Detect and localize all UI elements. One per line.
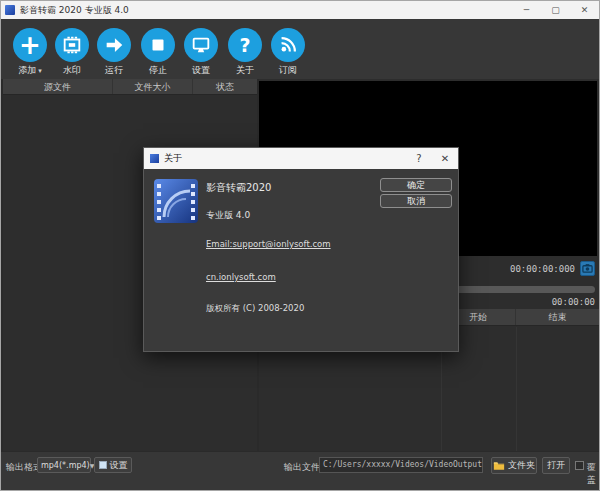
add-label: 添加 [18, 65, 36, 75]
about-dialog-titlebar[interactable]: 关于 ? ✕ [144, 148, 458, 169]
stop-label: 停止 [136, 64, 180, 77]
frame-time-display: 00:00:00:000 [510, 264, 575, 274]
question-icon: ? [228, 28, 262, 62]
cancel-button[interactable]: 取消 [380, 194, 452, 208]
about-website-link[interactable]: cn.ionlysoft.com [206, 272, 276, 282]
column-status: 状态 [193, 79, 257, 94]
add-dropdown-icon[interactable]: ▾ [38, 67, 42, 75]
subscribe-button[interactable]: 订阅 [266, 28, 310, 77]
ok-button[interactable]: 确定 [380, 178, 452, 192]
folder-button-label: 文件夹 [508, 459, 535, 472]
column-source-file: 源文件 [3, 79, 113, 94]
monitor-icon [184, 28, 218, 62]
output-folder-field[interactable]: C:/Users/xxxxx/Videos/VideoOutput [319, 457, 483, 473]
about-edition: 专业版 4.0 [206, 209, 250, 222]
minimize-button[interactable]: ─ [512, 1, 541, 19]
format-settings-label: 设置 [110, 459, 128, 472]
toolbar: + 添加▾ 水印 运行 停止 设置 [1, 19, 599, 79]
about-dialog: 关于 ? ✕ 影音转霸2020 专业版 4.0 [143, 147, 459, 352]
overwrite-label: 覆盖 [587, 461, 599, 487]
dialog-close-button[interactable]: ✕ [432, 148, 458, 169]
maximize-button[interactable]: ▢ [541, 1, 570, 19]
dialog-help-button[interactable]: ? [406, 148, 432, 169]
film-icon [55, 28, 89, 62]
column-end: 结束 [516, 309, 599, 325]
arrow-right-icon [97, 28, 131, 62]
close-button[interactable]: ✕ [570, 1, 599, 19]
open-button-label: 打开 [547, 459, 565, 472]
subscribe-label: 订阅 [266, 64, 310, 77]
column-file-size: 文件大小 [113, 79, 193, 94]
app-logo [154, 179, 198, 223]
app-icon [5, 5, 15, 15]
settings-button[interactable]: 设置 [179, 28, 223, 77]
about-button[interactable]: ? 关于 [223, 28, 267, 77]
app-window: 影音转霸 2020 专业版 4.0 ─ ▢ ✕ + 添加▾ 水印 运行 [0, 0, 600, 491]
stop-button[interactable]: 停止 [136, 28, 180, 77]
add-button[interactable]: + 添加▾ [8, 28, 52, 77]
overwrite-checkbox[interactable] [575, 461, 584, 470]
run-label: 运行 [92, 64, 136, 77]
about-label: 关于 [223, 64, 267, 77]
settings-icon [99, 461, 107, 469]
bottom-bar: 输出格式 mp4(*.mp4) ▼ 设置 输出文件夹 C:/Users/xxxx… [1, 451, 599, 490]
about-app-name: 影音转霸2020 [206, 181, 271, 195]
open-button[interactable]: 打开 [542, 457, 570, 474]
watermark-button[interactable]: 水印 [50, 28, 94, 77]
duration-display: 00:00:00 [552, 297, 595, 307]
output-format-value: mp4(*.mp4) [41, 461, 90, 470]
folder-icon [493, 461, 505, 471]
watermark-label: 水印 [50, 64, 94, 77]
settings-label: 设置 [179, 64, 223, 77]
snapshot-icon [582, 263, 593, 274]
folder-button[interactable]: 文件夹 [491, 457, 537, 474]
titlebar[interactable]: 影音转霸 2020 专业版 4.0 ─ ▢ ✕ [1, 1, 599, 19]
about-dialog-body: 影音转霸2020 专业版 4.0 Email:support@ionlysoft… [144, 169, 458, 353]
rss-icon [271, 28, 305, 62]
format-settings-button[interactable]: 设置 [94, 457, 132, 473]
about-email-link[interactable]: Email:support@ionlysoft.com [206, 239, 331, 249]
snapshot-button[interactable] [580, 261, 595, 276]
file-list-header: 源文件 文件大小 状态 [3, 79, 257, 95]
stop-icon [141, 28, 175, 62]
window-title: 影音转霸 2020 专业版 4.0 [20, 4, 129, 17]
output-format-select[interactable]: mp4(*.mp4) ▼ [37, 457, 91, 473]
about-dialog-icon [150, 154, 159, 163]
about-dialog-title: 关于 [164, 152, 182, 165]
run-button[interactable]: 运行 [92, 28, 136, 77]
about-copyright: 版权所有 (C) 2008-2020 [206, 303, 304, 315]
window-controls: ─ ▢ ✕ [512, 1, 599, 19]
plus-icon: + [13, 28, 47, 62]
